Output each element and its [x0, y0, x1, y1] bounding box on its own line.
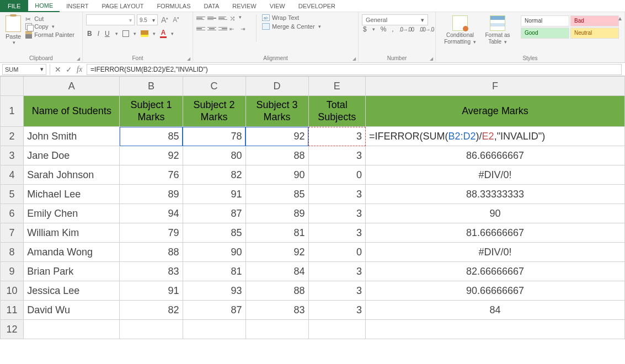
cell-d12[interactable] [245, 320, 308, 339]
cell-d4[interactable]: 90 [245, 165, 308, 185]
cell-style-neutral[interactable]: Neutral [570, 28, 619, 39]
cell-d8[interactable]: 92 [245, 243, 308, 262]
cell-f8[interactable]: #DIV/0! [366, 243, 625, 262]
border-icon[interactable] [122, 30, 129, 37]
font-size-select[interactable]: 9.5▾ [137, 14, 158, 25]
cell-b6[interactable]: 94 [120, 204, 183, 223]
tab-home[interactable]: HOME [28, 0, 60, 12]
tab-page-layout[interactable]: PAGE LAYOUT [95, 0, 150, 12]
decrease-font-icon[interactable]: A▾ [172, 16, 180, 24]
table-dropdown-icon[interactable]: ▾ [503, 39, 507, 45]
cell-a5[interactable]: Michael Lee [24, 185, 120, 204]
cell-f9[interactable]: 82.66666667 [366, 262, 625, 281]
row-head-6[interactable]: 6 [1, 204, 24, 223]
cell-a2[interactable]: John Smith [24, 127, 120, 146]
enter-formula-icon[interactable]: ✓ [66, 65, 72, 74]
align-center-icon[interactable] [207, 25, 216, 33]
select-all-corner[interactable] [1, 77, 24, 96]
cell-a8[interactable]: Amanda Wong [24, 243, 120, 262]
italic-button[interactable]: I [97, 30, 100, 38]
tab-formulas[interactable]: FORMULAS [150, 0, 197, 12]
align-middle-icon[interactable] [207, 14, 216, 22]
cell-f2[interactable]: =IFERROR(SUM(B2:D2)/E2,"INVALID") [366, 127, 625, 146]
cell-e7[interactable]: 3 [308, 223, 365, 243]
cell-f7[interactable]: 81.66666667 [366, 223, 625, 243]
merge-dropdown-icon[interactable]: ▾ [317, 24, 321, 29]
name-box[interactable]: SUM▾ [2, 64, 46, 75]
increase-decimal-icon[interactable]: .0→.00 [398, 26, 415, 33]
font-color-dropdown-icon[interactable]: ▾ [170, 31, 175, 36]
cell-e2[interactable]: 3 [308, 127, 365, 146]
cell-c1[interactable]: Subject 2 Marks [183, 96, 245, 127]
format-as-table-button[interactable]: Format as Table ▾ [480, 15, 515, 45]
decrease-indent-icon[interactable]: ⇤ [229, 25, 238, 33]
orientation-dropdown-icon[interactable]: ▾ [238, 14, 242, 23]
cell-d6[interactable]: 89 [245, 204, 308, 223]
col-head-f[interactable]: F [366, 77, 625, 96]
cell-b4[interactable]: 76 [120, 165, 183, 185]
conditional-formatting-button[interactable]: Conditional Formatting ▾ [442, 15, 478, 45]
cell-c4[interactable]: 82 [183, 165, 245, 185]
cell-c12[interactable] [183, 320, 245, 339]
cell-d2[interactable]: 92 [245, 127, 308, 146]
cell-a1[interactable]: Name of Students [24, 96, 120, 127]
tab-view[interactable]: VIEW [263, 0, 292, 12]
dialog-launcher-icon[interactable]: ◢ [77, 56, 80, 61]
dialog-launcher-icon[interactable]: ◢ [430, 56, 433, 61]
cell-a6[interactable]: Emily Chen [24, 204, 120, 223]
wrap-text-button[interactable]: abWrap Text [262, 14, 321, 21]
cell-b10[interactable]: 91 [120, 281, 183, 301]
increase-indent-icon[interactable]: ⇥ [241, 25, 249, 33]
cell-b12[interactable] [120, 320, 183, 339]
cut-button[interactable]: ✂Cut [25, 15, 74, 22]
row-head-11[interactable]: 11 [1, 301, 24, 320]
align-left-icon[interactable] [196, 25, 205, 33]
cell-b3[interactable]: 92 [120, 146, 183, 165]
cell-b1[interactable]: Subject 1 Marks [120, 96, 183, 127]
cell-e10[interactable]: 3 [308, 281, 365, 301]
underline-button[interactable]: U [104, 30, 111, 38]
align-top-icon[interactable] [196, 14, 205, 22]
cell-d5[interactable]: 85 [245, 185, 308, 204]
row-head-10[interactable]: 10 [1, 281, 24, 301]
cell-d10[interactable]: 88 [245, 281, 308, 301]
row-head-1[interactable]: 1 [1, 96, 24, 127]
cell-d3[interactable]: 88 [245, 146, 308, 165]
cancel-formula-icon[interactable]: ✕ [55, 65, 61, 74]
align-right-icon[interactable] [218, 25, 227, 33]
percent-format-button[interactable]: % [380, 25, 388, 33]
cell-a11[interactable]: David Wu [24, 301, 120, 320]
row-head-9[interactable]: 9 [1, 262, 24, 281]
cell-f4[interactable]: #DIV/0! [366, 165, 625, 185]
spreadsheet-grid[interactable]: A B C D E F 1 Name of Students Subject 1… [0, 76, 625, 364]
paste-dropdown-icon[interactable]: ▾ [12, 40, 15, 45]
col-head-b[interactable]: B [120, 77, 183, 96]
cell-c7[interactable]: 85 [183, 223, 245, 243]
cell-c8[interactable]: 90 [183, 243, 245, 262]
format-painter-button[interactable]: Format Painter [25, 31, 74, 39]
cell-f5[interactable]: 88.33333333 [366, 185, 625, 204]
increase-font-icon[interactable]: A▴ [160, 15, 169, 24]
cell-style-bad[interactable]: Bad [570, 15, 619, 26]
col-head-d[interactable]: D [245, 77, 308, 96]
orientation-icon[interactable]: ⤭ [229, 14, 236, 23]
font-color-icon[interactable]: A [160, 29, 167, 38]
cell-d1[interactable]: Subject 3 Marks [245, 96, 308, 127]
row-head-3[interactable]: 3 [1, 146, 24, 165]
cell-c10[interactable]: 93 [183, 281, 245, 301]
col-head-c[interactable]: C [183, 77, 245, 96]
row-head-4[interactable]: 4 [1, 165, 24, 185]
accounting-format-button[interactable]: $ [362, 25, 368, 33]
cell-d7[interactable]: 81 [245, 223, 308, 243]
dialog-launcher-icon[interactable]: ◢ [352, 56, 356, 61]
cell-e11[interactable]: 3 [308, 301, 365, 320]
merge-center-button[interactable]: Merge & Center▾ [262, 23, 321, 30]
decrease-decimal-icon[interactable]: .00→.0 [418, 26, 435, 33]
row-head-5[interactable]: 5 [1, 185, 24, 204]
cell-e4[interactable]: 0 [308, 165, 365, 185]
accounting-dropdown-icon[interactable]: ▾ [371, 26, 376, 32]
cell-b2[interactable]: 85 [120, 127, 183, 146]
font-name-select[interactable]: ▾ [86, 14, 135, 25]
tab-insert[interactable]: INSERT [60, 0, 95, 12]
cell-b11[interactable]: 82 [120, 301, 183, 320]
